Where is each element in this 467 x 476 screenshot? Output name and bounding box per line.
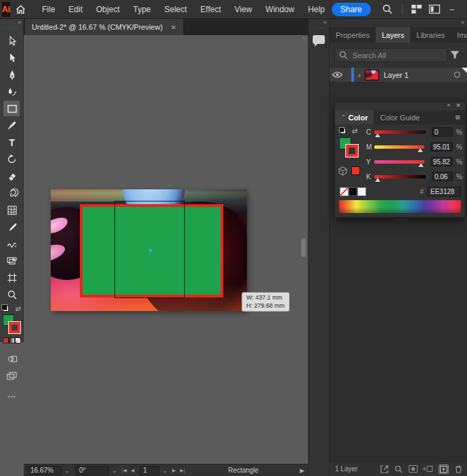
menu-edit[interactable]: Edit xyxy=(62,5,89,14)
default-fill-stroke-icon[interactable] xyxy=(340,128,346,134)
curvature-tool[interactable] xyxy=(0,83,24,100)
tab-color-guide[interactable]: Color Guide xyxy=(374,110,426,124)
black-swatch[interactable] xyxy=(349,187,357,196)
tab-libraries[interactable]: Libraries xyxy=(410,27,451,43)
cyan-value-field[interactable]: 0 xyxy=(432,127,453,137)
menu-effect[interactable]: Effect xyxy=(194,5,227,14)
document-close-icon[interactable]: ✕ xyxy=(171,24,176,31)
menu-object[interactable]: Object xyxy=(89,5,127,14)
locate-object-icon[interactable] xyxy=(395,465,403,473)
cyan-slider[interactable] xyxy=(374,130,426,134)
layer-target-icon[interactable] xyxy=(454,72,460,78)
yellow-slider[interactable] xyxy=(374,160,424,164)
mesh-tool[interactable] xyxy=(0,201,24,218)
gamut-color-swatch[interactable] xyxy=(351,166,360,175)
make-mask-icon[interactable] xyxy=(409,465,418,473)
hex-value-field[interactable]: EE3128 xyxy=(427,187,461,197)
zoom-tool[interactable] xyxy=(0,286,24,303)
black-slider[interactable] xyxy=(374,175,426,178)
direct-selection-tool[interactable] xyxy=(0,49,24,66)
shape-builder-tool[interactable] xyxy=(0,252,24,269)
menu-file[interactable]: File xyxy=(35,5,62,14)
last-artboard-icon[interactable]: ▶| xyxy=(178,468,187,473)
status-menu-icon[interactable]: ▶ xyxy=(300,467,308,474)
vertical-scrollbar[interactable]: ⌃ xyxy=(299,35,308,464)
zoom-dropdown-icon[interactable]: ⌄ xyxy=(62,467,72,474)
visibility-eye-icon[interactable] xyxy=(330,68,346,82)
filter-icon[interactable] xyxy=(447,51,462,60)
menu-view[interactable]: View xyxy=(228,5,259,14)
layer-thumbnail[interactable] xyxy=(365,70,379,80)
minimize-button[interactable]: – xyxy=(443,5,461,14)
layers-search-input[interactable] xyxy=(334,48,447,62)
document-tab[interactable]: Untitled-2* @ 16.67 % (CMYK/Preview) ✕ xyxy=(25,19,184,35)
tab-color[interactable]: ⌃ Color xyxy=(335,110,374,124)
menu-window[interactable]: Window xyxy=(259,5,301,14)
swap-fill-stroke-icon[interactable]: ⇄ xyxy=(16,306,21,312)
strip-grip[interactable]: ····· xyxy=(309,25,329,31)
prev-artboard-icon[interactable]: ◀ xyxy=(129,468,136,473)
gradient-button[interactable] xyxy=(9,337,15,343)
rectangle-tool[interactable] xyxy=(0,100,24,117)
zoom-level-field[interactable]: 16.67% xyxy=(26,466,62,475)
new-sublayer-icon[interactable] xyxy=(424,465,432,473)
dock-collapse-icon[interactable]: » xyxy=(461,19,464,26)
eyedropper-tool[interactable] xyxy=(0,218,24,235)
selection-tool[interactable] xyxy=(0,32,24,49)
out-of-gamut-cube-icon[interactable] xyxy=(338,166,347,178)
swap-fill-stroke-icon[interactable]: ⇄ xyxy=(352,127,357,135)
white-swatch[interactable] xyxy=(357,187,366,196)
scrollbar-thumb[interactable] xyxy=(301,238,306,257)
collect-for-export-icon[interactable] xyxy=(380,465,388,473)
next-artboard-icon[interactable]: ▶ xyxy=(171,468,178,473)
comments-panel-icon[interactable] xyxy=(313,35,325,44)
panel-resize-grip[interactable]: ····· xyxy=(335,217,465,222)
paintbrush-tool[interactable] xyxy=(0,117,24,134)
color-panel-close-icon[interactable]: ✕ xyxy=(455,102,461,109)
share-button[interactable]: Share xyxy=(332,3,371,16)
tab-properties[interactable]: Properties xyxy=(330,27,376,43)
toolbar-grip[interactable]: ····· xyxy=(0,25,23,31)
tab-layers[interactable]: Layers xyxy=(376,27,410,43)
color-button[interactable] xyxy=(3,337,9,343)
draw-mode-button[interactable] xyxy=(0,350,24,367)
more-tools-button[interactable]: ••• xyxy=(0,394,24,400)
layer-name[interactable]: Layer 1 xyxy=(384,71,409,79)
eraser-tool[interactable] xyxy=(0,168,24,185)
pen-tool[interactable] xyxy=(0,66,24,83)
yellow-value-field[interactable]: 95.82 xyxy=(430,157,453,166)
rotate-tool[interactable] xyxy=(0,151,24,168)
screen-mode-button[interactable] xyxy=(0,367,24,384)
menu-help[interactable]: Help xyxy=(301,5,332,14)
rotation-dropdown-icon[interactable]: ⌄ xyxy=(109,467,120,474)
workspace-switcher-icon[interactable] xyxy=(408,5,426,14)
delete-layer-icon[interactable] xyxy=(455,465,462,473)
default-fill-stroke-icon[interactable] xyxy=(3,306,9,312)
artboard-tool[interactable] xyxy=(0,269,24,286)
artboard-number-field[interactable]: 1 xyxy=(139,466,160,475)
arrange-documents-icon[interactable] xyxy=(426,5,443,14)
color-panel-menu-icon[interactable]: ≡ xyxy=(450,110,465,124)
black-value-field[interactable]: 0.06 xyxy=(432,172,453,181)
menu-select[interactable]: Select xyxy=(158,5,194,14)
layer-expand-icon[interactable]: › xyxy=(354,71,365,79)
scale-tool[interactable] xyxy=(0,185,24,201)
menu-type[interactable]: Type xyxy=(127,5,158,14)
home-icon[interactable] xyxy=(16,5,26,14)
tab-image-trace[interactable]: Image Tra xyxy=(451,27,467,43)
color-spectrum-bar[interactable] xyxy=(339,200,461,213)
layer-row[interactable]: › Layer 1 xyxy=(330,67,467,82)
type-tool[interactable]: T xyxy=(0,134,24,151)
magenta-value-field[interactable]: 95.01 xyxy=(430,142,453,151)
rotation-field[interactable]: 0° xyxy=(75,466,109,475)
shaper-tool[interactable] xyxy=(0,235,24,252)
artboard-dropdown-icon[interactable]: ⌄ xyxy=(160,467,171,474)
placed-image[interactable] xyxy=(51,189,247,311)
color-panel-collapse-icon[interactable]: « xyxy=(447,102,450,108)
canvas-area[interactable]: W: 437.1 mm H: 279.68 mm ⌃ xyxy=(24,35,308,464)
none-button[interactable] xyxy=(15,337,21,343)
first-artboard-icon[interactable]: |◀ xyxy=(120,468,129,473)
stroke-swatch[interactable] xyxy=(9,322,20,333)
new-layer-icon[interactable] xyxy=(439,465,449,474)
none-swatch[interactable] xyxy=(340,187,349,196)
